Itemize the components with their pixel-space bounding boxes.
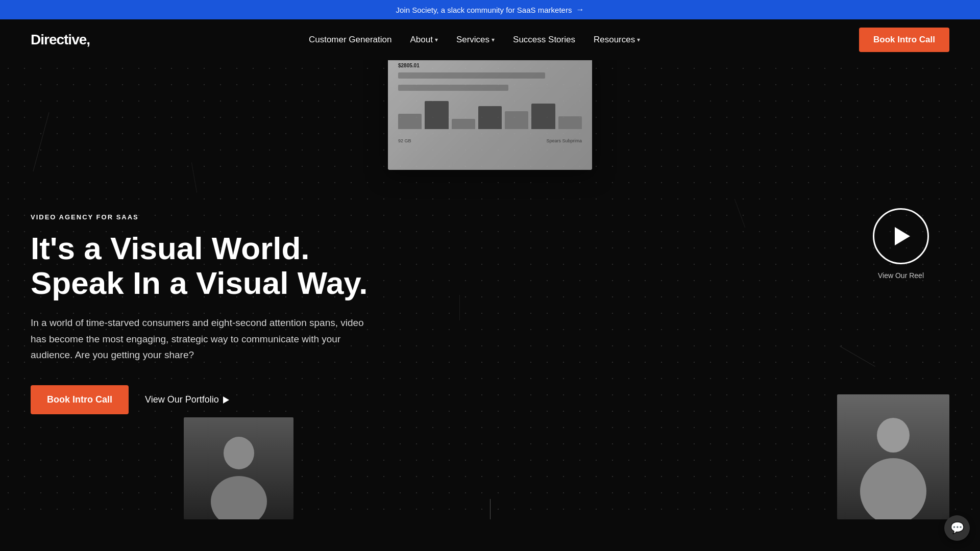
hero-buttons: Book Intro Call View Our Portfolio <box>31 385 439 414</box>
thumbnail-left <box>184 417 293 519</box>
chevron-down-icon: ▾ <box>637 36 640 43</box>
chart-bar <box>452 119 475 129</box>
portfolio-label: View Our Portfolio <box>145 394 219 405</box>
thumbnail-right <box>837 394 949 519</box>
decorative-line <box>840 346 875 367</box>
site-logo[interactable]: Directive, <box>31 32 90 48</box>
hero-section: $2805.01 92 GB Spears Subprima VIDEO AGE… <box>0 60 980 519</box>
banner-arrow: → <box>576 5 584 14</box>
banner-text: Join Society, a slack community for SaaS… <box>396 6 572 14</box>
preview-connector-line <box>490 499 491 519</box>
svg-point-2 <box>877 418 910 453</box>
person-silhouette-left <box>198 428 280 519</box>
decorative-line <box>459 295 460 320</box>
chart-bar <box>478 106 502 129</box>
nav-links: Customer Generation About ▾ Services ▾ S… <box>309 35 640 45</box>
nav-item-resources[interactable]: Resources ▾ <box>594 35 640 45</box>
svg-point-3 <box>860 458 926 519</box>
preview-card: $2805.01 92 GB Spears Subprima <box>388 60 592 170</box>
preview-bar <box>398 72 545 79</box>
preview-bar <box>398 85 508 91</box>
nav-link-customer-generation[interactable]: Customer Generation <box>309 35 392 45</box>
play-triangle-icon <box>895 227 910 245</box>
nav-link-about[interactable]: About ▾ <box>410 35 437 45</box>
svg-point-1 <box>211 476 267 519</box>
chevron-down-icon: ▾ <box>492 36 495 43</box>
nav-item-customer-generation[interactable]: Customer Generation <box>309 35 392 45</box>
nav-item-success-stories[interactable]: Success Stories <box>513 35 575 45</box>
navbar: Directive, Customer Generation About ▾ S… <box>0 19 980 60</box>
chart-bar <box>531 104 555 129</box>
chart-bar <box>398 114 422 129</box>
person-silhouette-right <box>847 407 939 519</box>
view-portfolio-button[interactable]: View Our Portfolio <box>145 394 229 405</box>
chart-bar <box>425 101 448 129</box>
decorative-line <box>191 162 197 192</box>
preview-sublabel: Spears Subprima <box>546 138 582 143</box>
decorative-line <box>734 199 745 228</box>
play-reel-button[interactable]: View Our Reel <box>873 208 929 280</box>
nav-link-success-stories[interactable]: Success Stories <box>513 35 575 45</box>
decorative-line <box>33 112 49 171</box>
chart-bar <box>505 111 528 129</box>
hero-content: VIDEO AGENCY FOR SAAS It's a Visual Worl… <box>31 213 439 414</box>
svg-point-0 <box>224 437 254 469</box>
book-intro-call-hero-button[interactable]: Book Intro Call <box>31 385 129 414</box>
play-circle[interactable] <box>873 208 929 264</box>
hero-tag: VIDEO AGENCY FOR SAAS <box>31 213 439 221</box>
book-intro-call-nav-button[interactable]: Book Intro Call <box>859 28 949 52</box>
hero-description: In a world of time-starved consumers and… <box>31 315 378 363</box>
nav-link-services[interactable]: Services ▾ <box>456 35 495 45</box>
reel-label: View Our Reel <box>878 271 924 280</box>
nav-link-resources[interactable]: Resources ▾ <box>594 35 640 45</box>
hero-title-line2: Speak In a Visual Way. <box>31 265 368 300</box>
preview-label: 92 GB <box>398 138 411 143</box>
chat-icon: 💬 <box>950 521 964 535</box>
chevron-down-icon: ▾ <box>435 36 438 43</box>
play-arrow-icon <box>223 396 229 404</box>
top-banner: Join Society, a slack community for SaaS… <box>0 0 980 19</box>
hero-title-line1: It's a Visual World. <box>31 231 310 266</box>
chart-bar <box>558 116 582 129</box>
preview-amount: $2805.01 <box>398 63 582 68</box>
nav-item-about[interactable]: About ▾ <box>410 35 437 45</box>
chat-widget[interactable]: 💬 <box>944 515 970 541</box>
hero-title: It's a Visual World. Speak In a Visual W… <box>31 231 439 300</box>
nav-item-services[interactable]: Services ▾ <box>456 35 495 45</box>
